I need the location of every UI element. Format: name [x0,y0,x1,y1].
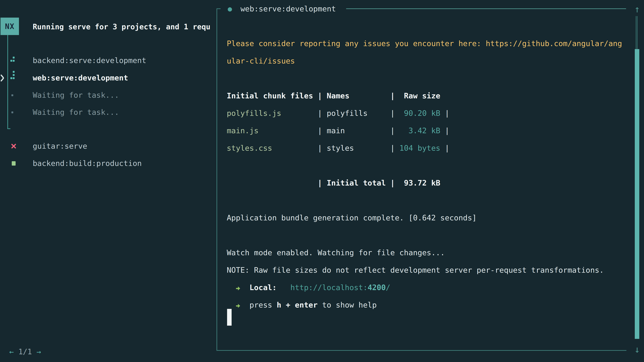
spinner-icon-a [13,57,14,58]
terminal-line: ular-cli/issues [227,52,627,70]
terminal-line: Please consider reporting any issues you… [227,35,627,52]
page-next-arrow-icon[interactable]: → [36,347,41,356]
local-url-link[interactable]: http://localhost: [290,283,368,292]
status-dot-icon: ● [228,1,232,16]
local-url-link[interactable]: / [386,283,390,292]
spinner-icon-b [13,71,14,73]
sidebar-title: Running serve for 3 projects, and 1 requ [33,18,216,35]
terminal-text [240,283,250,292]
terminal-text: press [250,301,277,309]
local-url-link[interactable]: 4200 [368,283,386,292]
pagination: ← 1/1 → [9,343,41,361]
terminal-text: | main | [258,126,395,135]
terminal-text [277,283,290,292]
task-group-line-corner [8,128,10,129]
terminal-line: Application bundle generation complete. … [227,209,627,227]
panel-border-top-stub [216,8,220,9]
terminal-text: | [440,109,449,118]
task-label: backend:serve:development [33,52,146,69]
terminal-text: 3.42 kB [395,126,440,135]
panel-border-top-line [346,8,626,9]
waiting-dot-icon [12,111,13,113]
terminal-text: 90.20 kB [395,109,440,118]
terminal-line [227,192,627,209]
terminal-line: Initial chunk files | Names | Raw size [227,87,627,105]
page-prev-arrow-icon[interactable]: ← [9,347,14,356]
scroll-up-arrow-icon[interactable]: ↑ [632,2,642,17]
terminal-line: polyfills.js | polyfills | 90.20 kB | [227,105,627,122]
sidebar-statusbar: ← 1/1 → quit: q help: ? [0,326,216,343]
task-item[interactable]: Waiting for task... [0,86,216,104]
task-label: guitar:serve [33,137,87,155]
panel-title: web:serve:development [240,1,336,16]
task-item[interactable]: Waiting for task... [0,104,216,121]
terminal-line: main.js | main | 3.42 kB | [227,122,627,139]
terminal-text: main.js [227,126,258,135]
spacer [32,347,36,356]
panel-border-bottom [216,350,626,351]
terminal-line [227,70,627,87]
terminal-text: Application bundle generation complete. … [227,213,477,222]
terminal-text: | styles | [272,144,395,152]
task-item[interactable]: backend:serve:development [0,52,216,69]
terminal-text: 104 bytes [395,144,440,152]
task-item[interactable]: web:serve:development [0,69,216,87]
terminal-text: polyfills.js [227,109,281,118]
task-label: web:serve:development [33,69,128,87]
terminal-text: h + enter [277,301,318,309]
terminal-line [227,227,627,244]
task-item[interactable]: backend:build:production [0,155,216,172]
terminal-line: press h + enter to show help [227,296,627,314]
terminal-text [227,301,236,309]
page-count [14,347,18,356]
nx-terminal-ui: NX Running serve for 3 projects, and 1 r… [0,0,644,362]
terminal-cursor [227,309,232,326]
spinner-icon-a [10,60,12,62]
terminal-text: Initial chunk files | Names | Raw size [227,91,440,100]
terminal-text: ular-cli/issues [227,56,295,65]
spinner-icon-b [13,77,14,79]
terminal-line: Watch mode enabled. Watching for file ch… [227,244,627,261]
scrollbar-thumb[interactable] [635,49,639,339]
terminal-text: | [440,126,449,135]
scrollbar-track[interactable] [636,16,638,49]
task-label: Waiting for task... [33,86,119,104]
terminal-line: | Initial total | 93.72 kB [227,174,627,192]
terminal-text: styles.css [227,144,272,152]
terminal-line: styles.css | styles | 104 bytes | [227,139,627,157]
success-square-icon [12,161,16,166]
panel-border-left [216,9,217,351]
terminal-line [227,157,627,174]
terminal-text: | [440,144,449,152]
terminal-line: Local: http://localhost:4200/ [227,279,627,296]
terminal-text: NOTE: Raw file sizes do not reflect deve… [227,266,604,275]
chevron-right-icon [0,74,5,82]
arrow-right-icon [236,302,240,309]
page-count-value: 1/1 [18,347,32,356]
terminal-text: Watch mode enabled. Watching for file ch… [227,248,445,257]
terminal-line: NOTE: Raw file sizes do not reflect deve… [227,261,627,279]
terminal-text: Please consider reporting any issues you… [227,39,622,48]
nx-logo: NX [0,17,19,35]
error-x-icon [11,143,16,149]
scroll-down-arrow-icon[interactable]: ↓ [632,342,642,357]
spinner-icon-a [13,60,14,62]
task-label: Waiting for task... [33,104,119,121]
terminal-text: to show help [318,301,377,309]
keyboard-hints: quit: q help: ? [129,361,202,362]
arrow-right-icon [236,284,240,292]
terminal-text: | polyfills | [281,109,395,118]
waiting-dot-icon [12,94,13,96]
terminal-text: Local: [250,283,277,292]
task-item[interactable]: guitar:serve [0,137,216,155]
terminal-output: Please consider reporting any issues you… [227,17,627,314]
terminal-text [227,283,236,292]
spinner-icon-b [10,77,12,79]
terminal-text: | Initial total | 93.72 kB [227,178,440,187]
spinner-icon-b [13,74,14,76]
task-label: backend:build:production [33,155,142,172]
terminal-text [240,301,250,309]
terminal-line [227,17,627,35]
